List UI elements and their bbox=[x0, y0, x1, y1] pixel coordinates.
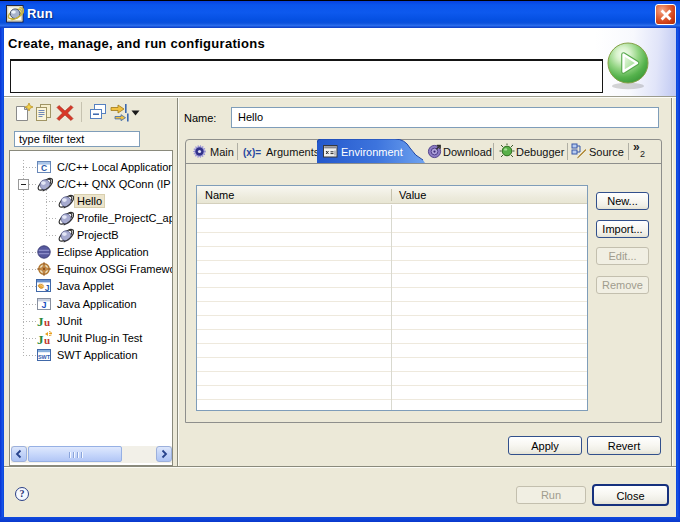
svg-text:J: J bbox=[41, 300, 46, 310]
svg-text:J: J bbox=[37, 332, 44, 346]
svg-text:J: J bbox=[45, 283, 50, 293]
svg-text:J: J bbox=[37, 314, 44, 329]
svg-text:u: u bbox=[44, 316, 50, 328]
svg-text:SWT: SWT bbox=[38, 354, 51, 360]
svg-text:C: C bbox=[41, 163, 47, 173]
